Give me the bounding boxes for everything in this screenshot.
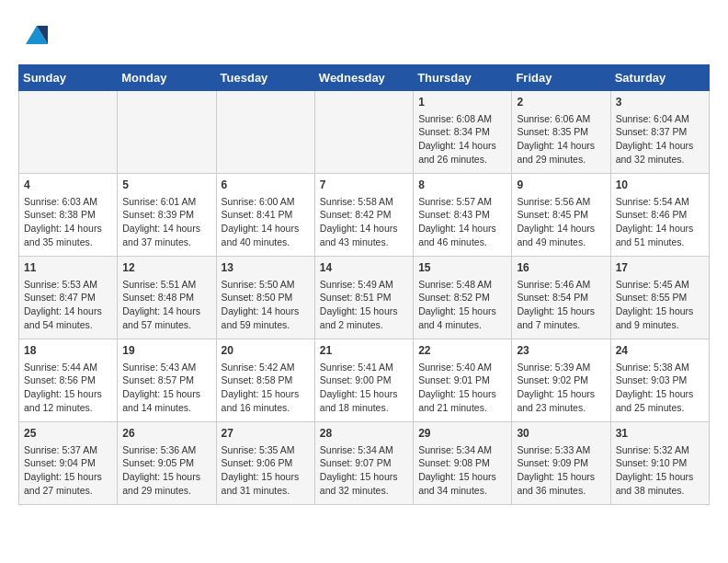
day-cell-3: 3Sunrise: 6:04 AMSunset: 8:37 PMDaylight… bbox=[610, 91, 709, 174]
day-info: Sunset: 8:43 PM bbox=[418, 208, 506, 222]
day-cell-27: 27Sunrise: 5:35 AMSunset: 9:06 PMDayligh… bbox=[216, 422, 314, 505]
day-info: and 32 minutes. bbox=[320, 484, 408, 498]
day-info: Daylight: 15 hours bbox=[222, 387, 310, 401]
day-info: Daylight: 15 hours bbox=[418, 387, 506, 401]
day-info: Sunrise: 6:03 AM bbox=[24, 195, 112, 209]
day-number: 14 bbox=[320, 260, 408, 276]
day-info: Daylight: 14 hours bbox=[517, 139, 605, 153]
day-info: Daylight: 15 hours bbox=[320, 387, 408, 401]
day-number: 16 bbox=[517, 260, 605, 276]
day-info: Sunset: 8:57 PM bbox=[122, 373, 210, 387]
day-cell-1: 1Sunrise: 6:08 AMSunset: 8:34 PMDaylight… bbox=[414, 91, 512, 174]
day-number: 13 bbox=[222, 260, 310, 276]
day-cell-20: 20Sunrise: 5:42 AMSunset: 8:58 PMDayligh… bbox=[216, 339, 314, 422]
day-info: and 4 minutes. bbox=[418, 318, 506, 332]
day-info: Sunset: 8:54 PM bbox=[517, 291, 605, 304]
day-info: and 14 minutes. bbox=[122, 401, 210, 415]
day-info: Sunset: 8:47 PM bbox=[24, 291, 112, 304]
day-cell-31: 31Sunrise: 5:32 AMSunset: 9:10 PMDayligh… bbox=[610, 422, 709, 505]
day-info: Sunrise: 5:51 AM bbox=[122, 278, 210, 292]
day-cell-28: 28Sunrise: 5:34 AMSunset: 9:07 PMDayligh… bbox=[314, 422, 413, 505]
day-number: 23 bbox=[517, 343, 605, 359]
day-cell-24: 24Sunrise: 5:38 AMSunset: 9:03 PMDayligh… bbox=[610, 339, 709, 422]
day-number: 5 bbox=[122, 178, 210, 193]
day-info: Daylight: 15 hours bbox=[24, 387, 112, 401]
day-info: and 23 minutes. bbox=[517, 401, 605, 415]
day-info: and 21 minutes. bbox=[418, 401, 506, 415]
day-info: Sunset: 9:02 PM bbox=[517, 373, 605, 387]
day-info: and 46 minutes. bbox=[418, 236, 506, 249]
day-cell-13: 13Sunrise: 5:50 AMSunset: 8:50 PMDayligh… bbox=[216, 257, 314, 339]
day-cell-6: 6Sunrise: 6:00 AMSunset: 8:41 PMDaylight… bbox=[216, 174, 314, 257]
day-info: and 16 minutes. bbox=[222, 401, 310, 415]
day-info: Sunset: 9:07 PM bbox=[320, 456, 408, 470]
day-info: Sunrise: 5:58 AM bbox=[320, 195, 408, 209]
day-info: Sunrise: 5:49 AM bbox=[320, 278, 408, 292]
day-info: Daylight: 14 hours bbox=[517, 222, 605, 236]
day-info: Sunset: 8:37 PM bbox=[616, 125, 704, 139]
day-number: 19 bbox=[122, 343, 210, 359]
day-number: 9 bbox=[517, 178, 605, 193]
day-number: 8 bbox=[418, 178, 506, 193]
day-info: Daylight: 15 hours bbox=[24, 470, 112, 484]
day-info: and 43 minutes. bbox=[320, 236, 408, 249]
day-info: Sunrise: 6:08 AM bbox=[418, 112, 506, 126]
week-row-5: 25Sunrise: 5:37 AMSunset: 9:04 PMDayligh… bbox=[19, 422, 710, 505]
day-number: 18 bbox=[24, 343, 112, 359]
day-info: Daylight: 15 hours bbox=[616, 304, 704, 318]
day-info: Daylight: 15 hours bbox=[517, 387, 605, 401]
day-info: Sunset: 9:08 PM bbox=[418, 456, 506, 470]
day-info: Daylight: 14 hours bbox=[24, 222, 112, 236]
day-info: Sunrise: 5:33 AM bbox=[517, 443, 605, 457]
day-info: Sunset: 9:01 PM bbox=[418, 373, 506, 387]
day-info: Sunset: 8:34 PM bbox=[418, 125, 506, 139]
week-row-4: 18Sunrise: 5:44 AMSunset: 8:56 PMDayligh… bbox=[19, 339, 710, 422]
day-info: Sunset: 9:04 PM bbox=[24, 456, 112, 470]
day-info: Daylight: 15 hours bbox=[616, 470, 704, 484]
day-info: Sunset: 8:50 PM bbox=[222, 291, 310, 304]
day-cell-14: 14Sunrise: 5:49 AMSunset: 8:51 PMDayligh… bbox=[314, 257, 413, 339]
day-number: 29 bbox=[418, 426, 506, 442]
week-row-1: 1Sunrise: 6:08 AMSunset: 8:34 PMDaylight… bbox=[19, 91, 710, 174]
day-info: Sunrise: 6:01 AM bbox=[122, 195, 210, 209]
day-info: Sunrise: 5:38 AM bbox=[616, 361, 704, 374]
day-info: and 40 minutes. bbox=[222, 236, 310, 249]
day-number: 12 bbox=[122, 260, 210, 276]
day-info: Sunrise: 5:35 AM bbox=[222, 443, 310, 457]
day-info: Daylight: 14 hours bbox=[222, 222, 310, 236]
day-info: Daylight: 15 hours bbox=[517, 470, 605, 484]
day-cell-30: 30Sunrise: 5:33 AMSunset: 9:09 PMDayligh… bbox=[512, 422, 610, 505]
day-info: Daylight: 14 hours bbox=[24, 304, 112, 318]
day-info: and 25 minutes. bbox=[616, 401, 704, 415]
day-cell-9: 9Sunrise: 5:56 AMSunset: 8:45 PMDaylight… bbox=[512, 174, 610, 257]
day-number: 4 bbox=[24, 178, 112, 193]
day-info: Sunset: 8:48 PM bbox=[122, 291, 210, 304]
day-info: Sunrise: 6:00 AM bbox=[222, 195, 310, 209]
day-cell-2: 2Sunrise: 6:06 AMSunset: 8:35 PMDaylight… bbox=[512, 91, 610, 174]
day-info: and 34 minutes. bbox=[418, 484, 506, 498]
empty-cell bbox=[314, 91, 413, 174]
day-number: 10 bbox=[616, 178, 704, 193]
day-info: Sunrise: 5:32 AM bbox=[616, 443, 704, 457]
day-info: Sunrise: 5:43 AM bbox=[122, 361, 210, 374]
day-info: Sunset: 9:03 PM bbox=[616, 373, 704, 387]
day-number: 7 bbox=[320, 178, 408, 193]
day-number: 25 bbox=[24, 426, 112, 442]
day-number: 31 bbox=[616, 426, 704, 442]
day-cell-23: 23Sunrise: 5:39 AMSunset: 9:02 PMDayligh… bbox=[512, 339, 610, 422]
header-cell-sunday: Sunday bbox=[19, 65, 118, 91]
day-cell-18: 18Sunrise: 5:44 AMSunset: 8:56 PMDayligh… bbox=[19, 339, 118, 422]
day-info: Sunset: 8:45 PM bbox=[517, 208, 605, 222]
day-cell-16: 16Sunrise: 5:46 AMSunset: 8:54 PMDayligh… bbox=[512, 257, 610, 339]
header-cell-tuesday: Tuesday bbox=[216, 65, 314, 91]
day-number: 21 bbox=[320, 343, 408, 359]
calendar-header: SundayMondayTuesdayWednesdayThursdayFrid… bbox=[19, 65, 710, 91]
day-info: Daylight: 14 hours bbox=[418, 222, 506, 236]
day-info: and 12 minutes. bbox=[24, 401, 112, 415]
empty-cell bbox=[19, 91, 118, 174]
day-number: 1 bbox=[418, 95, 506, 110]
logo-icon bbox=[18, 18, 55, 55]
day-info: Sunrise: 5:50 AM bbox=[222, 278, 310, 292]
day-info: Sunset: 8:46 PM bbox=[616, 208, 704, 222]
day-info: Sunset: 8:51 PM bbox=[320, 291, 408, 304]
